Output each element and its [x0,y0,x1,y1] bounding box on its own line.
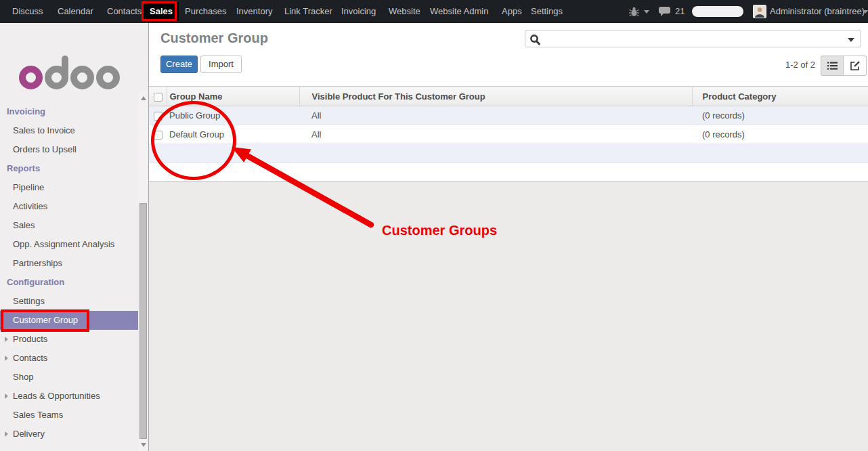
edit-icon [850,61,861,71]
sidebar-item-shop[interactable]: Shop [0,368,139,387]
view-switcher [821,56,867,76]
logo-ring-3 [70,66,94,89]
search-box [525,30,861,47]
empty-row [149,163,868,182]
logo-ring-1 [19,66,43,89]
sidebar-section-reports: Reports [0,159,139,178]
sidebar-item-leads-opportunities[interactable]: Leads & Opportunities [0,387,139,406]
sidebar-item-activities[interactable]: Activities [0,197,139,216]
select-all-checkbox[interactable] [154,93,162,102]
sidebar-item-contacts[interactable]: Contacts [0,349,139,368]
sidebar-item-sales-teams[interactable]: Sales Teams [0,406,139,425]
search-input[interactable] [546,32,830,45]
import-button[interactable]: Import [200,56,242,73]
nav-discuss[interactable]: Discuss [12,0,43,23]
cell-visible-product[interactable]: All [299,125,692,144]
nav-apps[interactable]: Apps [502,0,522,23]
nav-purchases[interactable]: Purchases [185,0,226,23]
form-view-button[interactable] [844,56,867,76]
row-checkbox[interactable] [154,112,162,121]
scrollbar-thumb[interactable] [139,203,147,439]
list-icon [827,61,838,70]
sidebar-item-label: Contacts [13,353,47,363]
top-navbar: Discuss Calendar Contacts Sales Purchase… [0,0,868,23]
sidebar-section-configuration: Configuration [0,273,139,292]
user-avatar[interactable] [753,5,766,18]
scroll-down-icon[interactable] [141,443,146,447]
sidebar-item-partnerships[interactable]: Partnerships [0,254,139,273]
sidebar-menu: Invoicing Sales to Invoice Orders to Ups… [0,102,139,444]
sidebar-item-opp-assignment-analysis[interactable]: Opp. Assignment Analysis [0,235,139,254]
cell-product-category[interactable]: (0 records) [692,106,868,125]
cell-group-name[interactable]: Public Group [167,106,299,125]
nav-invoicing[interactable]: Invoicing [341,0,376,23]
column-product-category[interactable]: Product Category [692,87,868,106]
caret-right-icon [5,431,8,437]
bug-icon[interactable] [628,6,640,20]
sidebar-scrollbar[interactable] [139,91,148,451]
odoo-screen: Discuss Calendar Contacts Sales Purchase… [0,0,868,451]
row-checkbox[interactable] [154,131,162,139]
content-footer-area [149,181,868,451]
sidebar-item-label: Products [13,334,47,344]
caret-right-icon [5,356,8,361]
scroll-up-icon[interactable] [141,96,146,100]
page-title: Customer Group [160,30,268,46]
odoo-logo: odoo [0,39,135,87]
list-view-button[interactable] [821,56,844,76]
cell-visible-product[interactable]: All [299,106,692,125]
column-group-name[interactable]: Group Name [167,87,299,106]
odoo-logo-text: odoo [0,39,1,40]
planner-progressbar[interactable] [692,6,743,17]
sidebar-item-label: Leads & Opportunities [13,391,100,401]
nav-calendar[interactable]: Calendar [58,0,93,23]
sidebar: odoo Invoicing Sales to Invoice Orders t… [0,23,149,451]
pager-counter: 1-2 of 2 [785,60,815,70]
table-row-default-group[interactable]: Default Group All (0 records) [149,125,868,144]
caret-right-icon [5,337,8,342]
sidebar-item-products[interactable]: Products [0,330,139,349]
sidebar-item-delivery[interactable]: Delivery [0,425,139,444]
cell-group-name[interactable]: Default Group [167,125,299,144]
logo-d-stem [62,56,68,79]
sidebar-item-settings[interactable]: Settings [0,292,139,311]
user-menu-caret-icon[interactable] [863,10,868,14]
message-count-badge[interactable]: 21 [675,0,685,23]
nav-sales[interactable]: Sales [144,2,179,21]
chat-bubble-icon[interactable] [658,6,672,20]
sidebar-section-invoicing: Invoicing [0,102,139,121]
cell-product-category[interactable]: (0 records) [692,125,868,144]
select-all-header [149,87,167,106]
empty-row [149,144,868,163]
user-menu[interactable]: Administrator (braintree) [770,0,865,23]
sidebar-item-label: Delivery [13,429,45,439]
sidebar-item-customer-group[interactable]: Customer Group [0,311,138,330]
caret-right-icon [5,393,8,399]
nav-website-admin[interactable]: Website Admin [430,0,488,23]
nav-contacts[interactable]: Contacts [107,0,142,23]
table-row-public-group[interactable]: Public Group All (0 records) [149,106,868,125]
search-dropdown-caret-icon[interactable] [848,38,854,42]
nav-website[interactable]: Website [389,0,420,23]
sidebar-item-sales-to-invoice[interactable]: Sales to Invoice [0,121,139,140]
sidebar-item-pipeline[interactable]: Pipeline [0,178,139,197]
logo-ring-4 [96,66,120,89]
nav-link-tracker[interactable]: Link Tracker [284,0,332,23]
main-content: Customer Group Create Import 1-2 of 2 [149,23,868,451]
sidebar-item-sales[interactable]: Sales [0,216,139,235]
sidebar-item-orders-to-upsell[interactable]: Orders to Upsell [0,140,139,159]
nav-inventory[interactable]: Inventory [236,0,272,23]
nav-settings[interactable]: Settings [531,0,563,23]
column-visible-product[interactable]: Visible Product For This Customer Group [299,87,692,106]
table-header-row: Group Name Visible Product For This Cust… [149,87,868,106]
bug-menu-caret-icon[interactable] [644,10,649,14]
create-button[interactable]: Create [160,56,198,73]
customer-group-table: Group Name Visible Product For This Cust… [149,86,868,182]
search-icon [529,34,541,48]
